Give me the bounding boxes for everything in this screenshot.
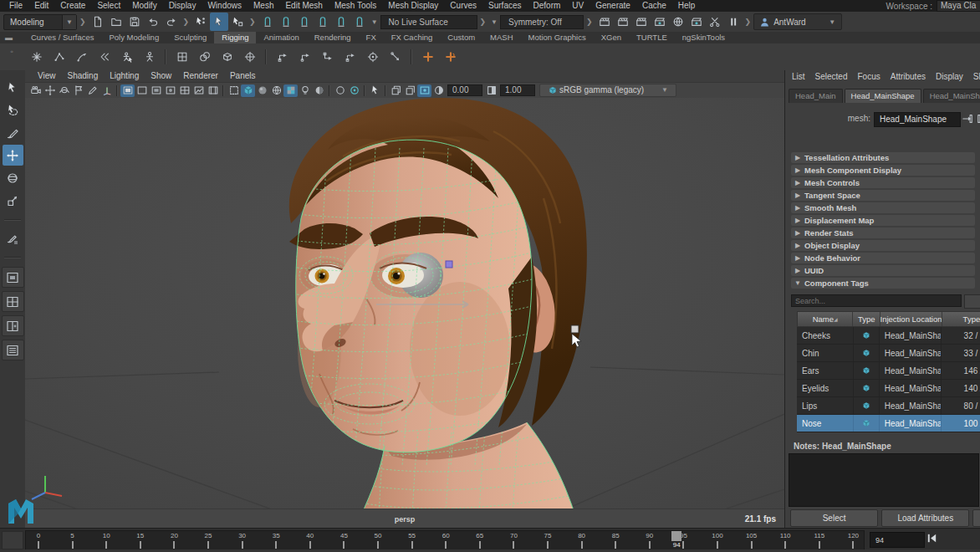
wireframe-display-icon[interactable] — [135, 84, 149, 97]
soft-mod-tool[interactable] — [3, 227, 23, 248]
workspace-dropdown[interactable]: Maya Cla — [937, 0, 980, 12]
paste-buffer-icon[interactable] — [403, 84, 417, 97]
shelf-tab-xgen[interactable]: XGen — [594, 32, 629, 43]
menu-deform[interactable]: Deform — [528, 1, 567, 10]
aim-constraint-icon[interactable] — [339, 46, 361, 69]
tumble-tool-icon[interactable] — [57, 84, 71, 97]
menu-windows[interactable]: Windows — [202, 1, 248, 10]
column-header-name[interactable]: Name ◢ — [798, 312, 853, 326]
use-all-lights-icon[interactable] — [298, 84, 312, 97]
viewport-menu-shading[interactable]: Shading — [62, 70, 105, 82]
create-locator-icon[interactable] — [25, 46, 48, 69]
quick-rig-icon[interactable] — [115, 46, 138, 69]
menu-set-dropdown[interactable]: Modeling ▼ — [3, 14, 77, 30]
menu-surfaces[interactable]: Surfaces — [482, 1, 527, 10]
load-attributes-button[interactable]: Load Attributes — [881, 509, 969, 527]
group-expander[interactable]: ❯ — [745, 18, 752, 26]
notes-textarea[interactable] — [789, 453, 979, 507]
menu-curves[interactable]: Curves — [444, 1, 482, 10]
time-slider[interactable]: 0510152025303540455055606570758085909510… — [0, 528, 980, 550]
view-transform-dropdown[interactable]: sRGB gamma (legacy)▼ — [539, 84, 676, 97]
ep-curve-tool-icon[interactable] — [48, 46, 70, 69]
occlusion-icon[interactable] — [333, 84, 347, 97]
live-surface-field[interactable]: No Live Surface — [380, 15, 477, 29]
ae-section-node-behavior[interactable]: ▶Node Behavior — [791, 253, 975, 263]
open-render-view-icon[interactable] — [595, 13, 614, 31]
render-shading-sphere-icon[interactable] — [669, 13, 687, 31]
ipr-render-icon[interactable] — [632, 13, 651, 31]
new-scene-icon[interactable] — [89, 13, 107, 31]
rotate-tool[interactable] — [3, 167, 23, 188]
menu-edit-mesh[interactable]: Edit Mesh — [279, 1, 328, 10]
show-output-icon[interactable] — [976, 112, 980, 125]
textured-mode-icon[interactable] — [283, 84, 298, 97]
select-hierarchy-icon[interactable] — [191, 13, 210, 31]
menu-help[interactable]: Help — [672, 1, 702, 10]
paint-select-tool[interactable] — [3, 122, 23, 143]
viewport-menu-show[interactable]: Show — [145, 70, 177, 82]
mesh-name-field[interactable]: Head_MainShape — [874, 112, 961, 127]
rebuild-curve-icon[interactable] — [93, 46, 115, 69]
ae-section-mesh-component-display[interactable]: ▶Mesh Component Display — [791, 165, 975, 176]
show-input-icon[interactable] — [961, 112, 974, 125]
ae-section-displacement-map[interactable]: ▶Displacement Map — [791, 215, 975, 226]
shelf-menu-icon[interactable]: ▬ — [5, 33, 13, 42]
snap-to-point-icon[interactable] — [295, 13, 314, 31]
viewport-menu-lighting[interactable]: Lighting — [104, 70, 145, 82]
copy-buffer-icon[interactable] — [389, 84, 403, 97]
component-tag-row-chin[interactable]: ChinHead_MainShap...33 / 114 — [797, 345, 980, 362]
anti-alias-icon[interactable] — [347, 84, 361, 97]
column-header-type-co[interactable]: Type Co — [942, 312, 980, 326]
snap-to-projected-center-icon[interactable] — [314, 13, 332, 31]
menu-mesh-display[interactable]: Mesh Display — [382, 1, 444, 10]
ae-section-uuid[interactable]: ▶UUID — [791, 265, 975, 276]
cut-tool-icon[interactable] — [706, 13, 724, 31]
bezier-curve-tool-icon[interactable] — [70, 46, 93, 69]
image-plane-icon[interactable] — [191, 84, 206, 97]
soft-modification-icon[interactable] — [238, 46, 261, 69]
ae-section-object-display[interactable]: ▶Object Display — [791, 240, 975, 251]
shelf-tab-sculpting[interactable]: Sculpting — [166, 32, 214, 43]
open-scene-icon[interactable] — [107, 13, 125, 31]
ae-tab-head_mainshape[interactable]: Head_MainShape — [845, 89, 921, 103]
undo-icon[interactable] — [144, 13, 162, 31]
chevron-down-icon[interactable]: ▼ — [491, 18, 498, 26]
ae-tab-head_main[interactable]: Head_Main — [789, 89, 843, 103]
make-object-live-icon[interactable] — [350, 13, 369, 31]
tension-deformer-icon[interactable] — [384, 46, 406, 69]
smooth-shade-all-icon[interactable] — [241, 84, 255, 97]
shelf-tab-poly-modeling[interactable]: Poly Modeling — [102, 32, 167, 43]
isolate-select-icon[interactable] — [227, 84, 241, 97]
exposure-field[interactable]: 0.00 — [447, 84, 482, 96]
ae-section-smooth-mesh[interactable]: ▶Smooth Mesh — [791, 202, 975, 213]
humanik-character-icon[interactable] — [138, 46, 161, 69]
viewport-menu-panels[interactable]: Panels — [224, 70, 262, 82]
component-tag-row-eyelids[interactable]: EyelidsHead_MainShap...140 / 11 — [797, 380, 980, 397]
menu-cache[interactable]: Cache — [636, 1, 672, 10]
select-object-icon[interactable] — [210, 13, 228, 31]
menu-modify[interactable]: Modify — [126, 1, 162, 10]
select-tool[interactable] — [3, 77, 23, 98]
search-input[interactable] — [792, 295, 967, 306]
ae-menu-display[interactable]: Display — [931, 71, 968, 83]
ae-section-component-tags[interactable]: ▼Component Tags — [791, 278, 975, 289]
shelf-tab-custom[interactable]: Custom — [440, 32, 482, 43]
insert-joint-icon[interactable] — [439, 46, 462, 69]
shelf-tab-mash[interactable]: MASH — [482, 32, 520, 43]
four-view-icon[interactable] — [177, 84, 191, 97]
shadows-icon[interactable] — [312, 84, 326, 97]
create-joint-icon[interactable] — [416, 46, 439, 69]
viewport-snapshot-icon[interactable] — [417, 84, 431, 97]
ae-menu-selected[interactable]: Selected — [810, 71, 853, 83]
current-frame-field[interactable] — [870, 532, 925, 548]
bookmark-view-icon[interactable] — [71, 84, 85, 97]
menu-display[interactable]: Display — [163, 1, 202, 10]
timeline-ruler[interactable]: 0510152025303540455055606570758085909510… — [25, 530, 865, 550]
timeline-left-controls[interactable] — [2, 531, 23, 549]
menu-create[interactable]: Create — [54, 1, 91, 10]
sculpt-deformer-icon[interactable] — [193, 46, 216, 69]
shaded-display-icon[interactable] — [149, 84, 163, 97]
camera-select-icon[interactable] — [28, 84, 43, 97]
lasso-tool[interactable] — [3, 100, 23, 120]
wireframe-on-shaded-icon[interactable] — [269, 84, 283, 97]
